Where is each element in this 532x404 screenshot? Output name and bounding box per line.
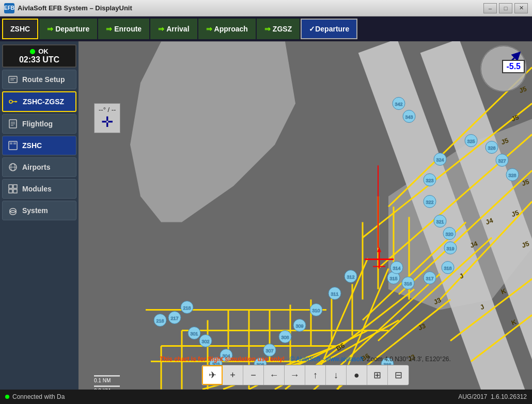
table-toggle-button[interactable]: ⊟ xyxy=(388,365,409,385)
nav-label-arrival: Arrival xyxy=(166,25,189,33)
sidebar-label-zshc-zgsz: ZSHC-ZGSZ xyxy=(23,98,64,106)
svg-text:0.1 NM: 0.1 NM xyxy=(94,378,111,383)
date-version: AUG/2017 1.6.10.26312 xyxy=(458,393,527,400)
svg-text:325: 325 xyxy=(467,139,475,144)
airports-icon xyxy=(8,162,18,172)
route2-icon xyxy=(8,96,19,107)
status-box: OK 02:33 UTC xyxy=(2,44,76,68)
svg-text:317: 317 xyxy=(426,276,433,281)
svg-rect-0 xyxy=(9,76,17,83)
window-controls: – □ ✕ xyxy=(483,3,528,13)
nav-btn-arrival[interactable]: ⇒Arrival xyxy=(150,19,197,39)
nav-label-enroute: Enroute xyxy=(114,25,142,33)
svg-text:342: 342 xyxy=(395,102,402,107)
svg-text:316: 316 xyxy=(404,281,412,286)
svg-text:322: 322 xyxy=(426,200,433,205)
nav-label-zgsz: ZGSZ xyxy=(273,25,292,33)
svg-text:301: 301 xyxy=(190,331,198,336)
svg-point-3 xyxy=(9,100,12,103)
nav-btn-dep2[interactable]: ✓Departure xyxy=(301,19,357,39)
svg-text:324: 324 xyxy=(436,157,444,163)
svg-text:312: 312 xyxy=(347,274,354,280)
svg-text:308: 308 xyxy=(281,335,289,340)
nav-btn-zgsz[interactable]: ⇒ZGSZ xyxy=(257,19,300,39)
sidebar-btn-flightlog[interactable]: Flightlog xyxy=(2,114,76,134)
status-label: OK xyxy=(38,47,49,55)
status-left: Connected with Da xyxy=(5,393,65,400)
pan-left-button[interactable]: ← xyxy=(264,365,285,385)
main-layout: OK 02:33 UTC Route SetupZSHC-ZGSZFlightl… xyxy=(0,41,532,390)
map-container[interactable]: 342 343 325 326 324 327 323 328 322 321 … xyxy=(79,41,532,390)
pan-down-button[interactable]: ↓ xyxy=(326,365,347,385)
sidebar-btn-route-setup[interactable]: Route Setup xyxy=(2,70,76,89)
svg-text:320: 320 xyxy=(445,232,453,237)
center-map-button[interactable]: ✈ xyxy=(202,365,223,385)
svg-rect-19 xyxy=(13,189,17,193)
sidebar-btn-system[interactable]: System xyxy=(2,201,76,220)
nav-label-dep2: ✓Departure xyxy=(309,25,349,33)
maximize-button[interactable]: □ xyxy=(499,3,512,13)
nav-arrow-enroute: ⇒ xyxy=(106,25,112,33)
pan-right-button[interactable]: → xyxy=(285,365,305,385)
svg-rect-12 xyxy=(13,142,16,144)
pan-up-button[interactable]: ↑ xyxy=(305,365,326,385)
nav-label-approach: Approach xyxy=(214,25,248,33)
nav-btn-departure[interactable]: ⇒Departure xyxy=(39,19,97,39)
bottom-toolbar: ✈+−←→↑↓●⊞⊟ xyxy=(201,365,409,385)
grid-toggle-button[interactable]: ⊞ xyxy=(367,365,388,385)
sidebar-btn-zshc[interactable]: ZSHC xyxy=(2,136,76,155)
svg-rect-18 xyxy=(9,189,12,193)
svg-rect-17 xyxy=(13,185,17,188)
svg-text:318: 318 xyxy=(444,266,451,271)
svg-text:218: 218 xyxy=(183,305,191,311)
log-icon xyxy=(8,119,18,129)
sidebar-btn-airports[interactable]: Airports xyxy=(2,157,76,177)
app-title: AivlaSoft EFB System – DisplayUnit xyxy=(18,4,483,12)
night-mode-button[interactable]: ● xyxy=(347,365,367,385)
map-svg: 342 343 325 326 324 327 323 328 322 321 … xyxy=(79,41,532,390)
svg-text:321: 321 xyxy=(436,219,444,224)
svg-text:319: 319 xyxy=(446,246,454,251)
sidebar-btn-modules[interactable]: Modules xyxy=(2,179,76,199)
close-button[interactable]: ✕ xyxy=(514,3,528,13)
svg-text:314: 314 xyxy=(393,266,400,271)
nav-btn-zshc[interactable]: ZSHC xyxy=(2,19,38,39)
nav-btn-approach[interactable]: ⇒Approach xyxy=(198,19,256,39)
sidebar-btn-zshc-zgsz[interactable]: ZSHC-ZGSZ xyxy=(2,91,76,112)
connection-indicator xyxy=(5,395,9,399)
svg-text:310: 310 xyxy=(312,308,320,313)
status-indicator xyxy=(30,49,35,54)
sidebar: OK 02:33 UTC Route SetupZSHC-ZGSZFlightl… xyxy=(0,41,79,390)
svg-text:217: 217 xyxy=(170,316,178,321)
modules-icon xyxy=(8,184,18,194)
system-icon xyxy=(8,205,18,216)
zoom-out-button[interactable]: − xyxy=(243,365,264,385)
nav-arrow-approach: ⇒ xyxy=(206,25,212,33)
svg-rect-11 xyxy=(10,142,12,144)
connection-status: Connected with Da xyxy=(12,393,65,400)
svg-text:315: 315 xyxy=(389,276,397,281)
zoom-in-button[interactable]: + xyxy=(223,365,243,385)
svg-text:311: 311 xyxy=(331,292,338,297)
titlebar: EFB AivlaSoft EFB System – DisplayUnit –… xyxy=(0,0,532,17)
minimize-button[interactable]: – xyxy=(483,3,497,13)
map-info-box: --° / -- ✛ xyxy=(94,103,120,133)
nav-label-departure: Departure xyxy=(55,25,89,33)
svg-text:304: 304 xyxy=(222,353,230,359)
heading-display: --° / -- xyxy=(99,106,116,114)
nav-btn-enroute[interactable]: ⇒Enroute xyxy=(98,19,149,39)
svg-text:323: 323 xyxy=(426,178,433,183)
navbar: ZSHC⇒Departure⇒Enroute⇒Arrival⇒Approach⇒… xyxy=(0,17,532,41)
svg-text:216: 216 xyxy=(156,318,164,324)
nav-arrow-zgsz: ⇒ xyxy=(264,25,271,33)
airport-icon xyxy=(8,140,18,151)
cross-icon: ✛ xyxy=(99,114,116,131)
sidebar-label-airports: Airports xyxy=(22,163,50,171)
svg-marker-5 xyxy=(15,101,18,103)
svg-text:309: 309 xyxy=(295,324,303,329)
nav-arrow-arrival: ⇒ xyxy=(158,25,164,33)
sidebar-label-modules: Modules xyxy=(22,185,52,193)
sidebar-label-system: System xyxy=(22,206,48,215)
sidebar-label-flightlog: Flightlog xyxy=(22,120,53,128)
svg-text:326: 326 xyxy=(488,146,495,151)
